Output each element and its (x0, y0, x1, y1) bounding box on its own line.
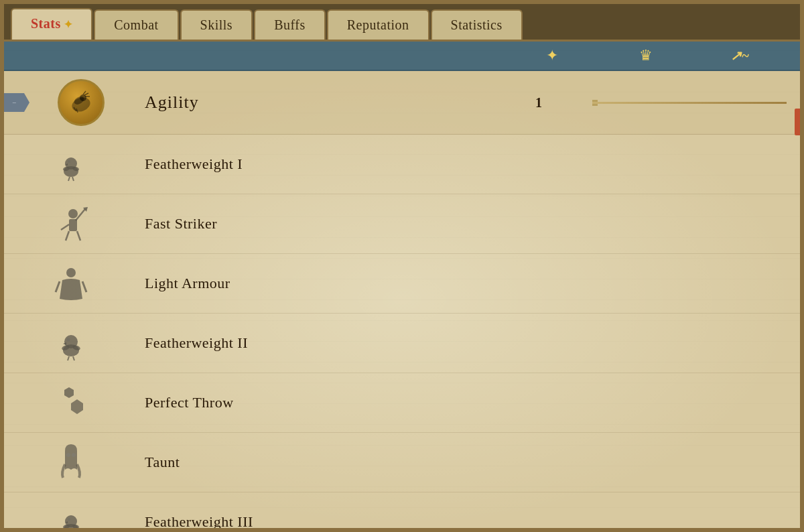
light-armour-icon (51, 263, 91, 304)
left-banner: − (4, 93, 24, 112)
featherweight-3-label: Featherweight III (138, 513, 800, 528)
agility-bar-line (592, 102, 787, 104)
main-content: ✦ ♛ ↗~ − (4, 42, 800, 528)
agility-label: Agility (138, 92, 492, 113)
light-armour-label: Light Armour (138, 275, 800, 292)
skill-row: Featherweight I (4, 135, 800, 194)
svg-point-14 (68, 160, 70, 163)
svg-line-13 (72, 177, 74, 181)
taunt-label: Taunt (138, 454, 800, 471)
agility-row: − (4, 71, 800, 135)
agility-level: 1 (492, 95, 586, 111)
svg-marker-35 (71, 399, 83, 414)
svg-rect-17 (69, 219, 77, 231)
skill-icon-wrap (4, 204, 138, 244)
col-crown-icon: ♛ (599, 47, 693, 64)
svg-line-30 (68, 356, 69, 360)
svg-line-3 (83, 91, 86, 94)
svg-line-21 (77, 231, 80, 241)
skill-icon-wrap (4, 442, 138, 482)
skill-icon-wrap (4, 502, 138, 528)
crown-column-icon: ♛ (639, 47, 653, 64)
svg-line-31 (73, 356, 74, 360)
featherweight-1-label: Featherweight I (138, 155, 800, 173)
agility-bar-area (586, 102, 800, 104)
tab-buffs[interactable]: Buffs (254, 9, 326, 40)
star-icon: ✦ (64, 19, 73, 30)
skill-icon-wrap (4, 323, 138, 363)
agility-icon-circle (58, 79, 105, 126)
skill-icon-wrap (4, 263, 138, 304)
svg-line-24 (56, 281, 60, 292)
skill-row: Light Armour (4, 254, 800, 314)
scrollbar-indicator[interactable] (795, 109, 800, 135)
tab-buffs-label: Buffs (274, 17, 306, 32)
column-header: ✦ ♛ ↗~ (4, 42, 800, 71)
featherweight-3-icon (51, 502, 91, 528)
minus-icon[interactable]: − (12, 98, 16, 107)
svg-point-23 (66, 268, 76, 277)
agility-icon-wrap: − (4, 79, 138, 126)
svg-point-36 (66, 453, 70, 457)
agility-icon (64, 86, 98, 119)
svg-marker-34 (64, 387, 74, 398)
svg-point-32 (67, 338, 70, 341)
featherweight-2-label: Featherweight II (138, 334, 800, 352)
tab-bar: Stats✦ Combat Skills Buffs Reputation St… (4, 4, 800, 42)
col-star-icon: ✦ (505, 47, 599, 64)
svg-line-12 (68, 177, 70, 181)
skill-row: Fast Striker (4, 194, 800, 254)
perfect-throw-icon (51, 383, 91, 423)
svg-line-4 (84, 93, 88, 95)
skill-icon-wrap (4, 144, 138, 184)
svg-line-25 (82, 281, 86, 292)
fast-striker-label: Fast Striker (138, 215, 800, 232)
svg-point-44 (68, 518, 70, 521)
featherweight-1-icon (51, 144, 91, 184)
agility-stat-bar (592, 102, 787, 104)
fast-striker-icon (51, 204, 91, 244)
tab-reputation[interactable]: Reputation (327, 9, 429, 40)
skill-row: Featherweight III (4, 492, 800, 528)
tab-combat-label: Combat (114, 17, 158, 32)
skill-row: Taunt (4, 433, 800, 492)
svg-point-2 (80, 94, 86, 101)
tab-stats-label: Stats (31, 16, 61, 31)
taunt-icon (51, 442, 91, 482)
tab-skills[interactable]: Skills (180, 9, 253, 40)
tab-skills-label: Skills (200, 17, 233, 32)
skill-row: Perfect Throw (4, 373, 800, 433)
tab-combat[interactable]: Combat (94, 9, 178, 40)
tab-stats[interactable]: Stats✦ (11, 8, 92, 40)
chart-column-icon: ↗~ (730, 48, 749, 63)
featherweight-2-icon (51, 323, 91, 363)
skill-icon-wrap (4, 383, 138, 423)
tab-statistics-label: Statistics (451, 17, 503, 32)
svg-line-20 (66, 231, 69, 241)
perfect-throw-label: Perfect Throw (138, 394, 800, 411)
star-column-icon: ✦ (546, 47, 558, 64)
skills-container: − (4, 71, 800, 528)
svg-line-22 (61, 224, 69, 230)
tab-reputation-label: Reputation (347, 17, 409, 32)
svg-point-37 (72, 453, 76, 457)
col-chart-icon: ↗~ (693, 47, 787, 64)
tab-statistics[interactable]: Statistics (431, 9, 523, 40)
svg-point-16 (68, 209, 78, 218)
game-window: Stats✦ Combat Skills Buffs Reputation St… (0, 0, 804, 532)
skill-row: Featherweight II (4, 314, 800, 373)
